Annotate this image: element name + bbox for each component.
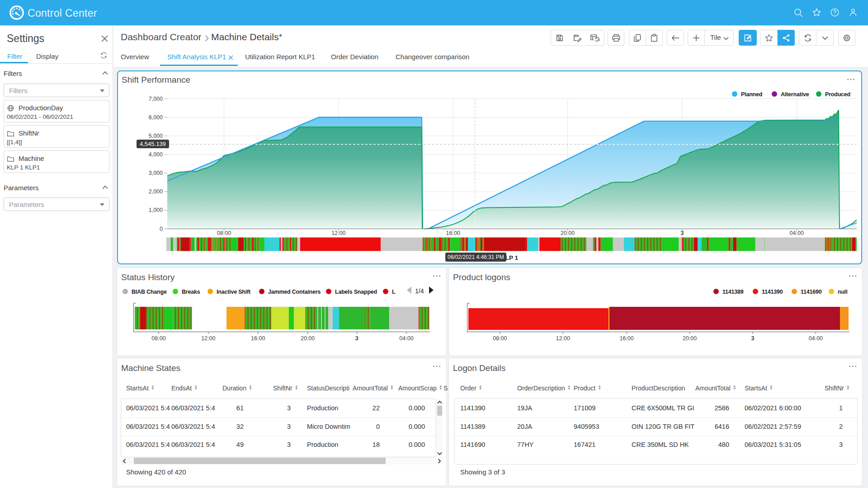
- svg-text:16:00: 16:00: [446, 230, 460, 236]
- svg-text:3: 3: [751, 335, 755, 342]
- svg-text:0: 0: [160, 226, 163, 232]
- svg-text:3,000: 3,000: [149, 170, 163, 176]
- svg-text:5,000: 5,000: [149, 133, 163, 139]
- svg-text:20:00: 20:00: [301, 335, 315, 342]
- svg-text:20:00: 20:00: [561, 230, 575, 236]
- svg-text:08:00: 08:00: [493, 335, 507, 342]
- svg-text:04:00: 04:00: [399, 335, 413, 342]
- svg-text:3: 3: [680, 230, 684, 236]
- svg-text:3: 3: [355, 335, 359, 342]
- svg-text:20:00: 20:00: [683, 335, 697, 342]
- svg-text:16:00: 16:00: [619, 335, 633, 342]
- svg-text:7,000: 7,000: [149, 96, 163, 102]
- svg-text:4,000: 4,000: [149, 151, 163, 158]
- svg-text:12:00: 12:00: [201, 335, 215, 342]
- svg-text:1,000: 1,000: [149, 207, 163, 213]
- svg-text:6,000: 6,000: [149, 114, 163, 121]
- svg-text:04:00: 04:00: [809, 335, 823, 342]
- svg-text:08:00: 08:00: [151, 335, 165, 342]
- svg-text:04:00: 04:00: [790, 230, 804, 236]
- svg-text:12:00: 12:00: [556, 335, 570, 342]
- svg-text:12:00: 12:00: [331, 230, 345, 236]
- svg-text:08:00: 08:00: [217, 230, 231, 236]
- svg-text:2,000: 2,000: [149, 188, 163, 195]
- svg-text:16:00: 16:00: [251, 335, 265, 342]
